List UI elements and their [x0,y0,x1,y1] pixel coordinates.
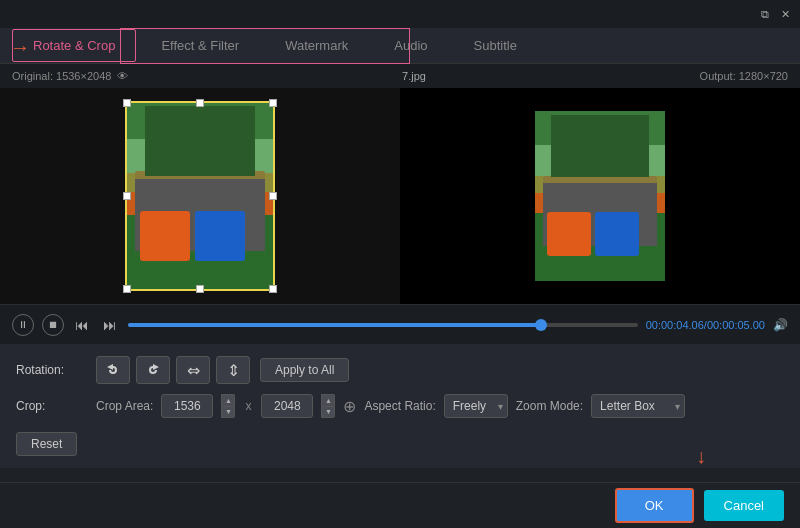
crop-label: Crop: [16,399,86,413]
height-step-up[interactable]: ▲ [321,394,335,406]
move-icon[interactable]: ⊕ [343,397,356,416]
tab-subtitle[interactable]: Subtitle [453,29,538,62]
zoom-mode-select-wrapper[interactable]: Letter Box Pan & Scan Full [591,394,685,418]
tab-audio[interactable]: Audio [373,29,448,62]
crop-area-label: Crop Area: [96,399,153,413]
tab-rotate-crop[interactable]: Rotate & Crop [12,29,136,62]
pause-button[interactable]: ⏸ [12,314,34,336]
tabs-bar: Rotate & Crop Effect & Filter Watermark … [0,28,800,64]
aspect-ratio-select-wrapper[interactable]: Freely 16:9 4:3 1:1 [444,394,508,418]
reset-button[interactable]: Reset [16,432,77,456]
apply-all-button[interactable]: Apply to All [260,358,349,382]
reset-row: Reset [16,428,784,456]
crop-fields: Crop Area: ▲ ▼ x ▲ ▼ ⊕ Aspect Ratio: Fre… [96,394,685,418]
output-info: Output: 1280×720 [700,70,788,82]
ok-arrow-indicator: ↓ [696,445,706,468]
width-step-up[interactable]: ▲ [221,394,235,406]
width-stepper[interactable]: ▲ ▼ [221,394,235,418]
preview-image-right [535,111,665,281]
tab-arrow-indicator: → [10,36,30,59]
next-frame-button[interactable]: ⏭ [100,315,120,335]
crop-height-input[interactable] [261,394,313,418]
crop-row: Crop: Crop Area: ▲ ▼ x ▲ ▼ ⊕ Aspect Rati… [16,394,784,418]
ok-button[interactable]: OK [615,488,694,523]
crop-container[interactable] [125,101,275,291]
cancel-button[interactable]: Cancel [704,490,784,521]
seek-bar[interactable] [128,323,638,327]
aspect-ratio-label: Aspect Ratio: [364,399,435,413]
restore-button[interactable]: ⧉ [758,7,772,21]
prev-frame-button[interactable]: ⏮ [72,315,92,335]
rotation-row: Rotation: ⇔ ⇕ Apply to All [16,356,784,384]
preview-area: Original: 1536×2048 👁 7.jpg Output: 1280… [0,64,800,304]
time-display: 00:00:04.06/00:00:05.00 [646,319,765,331]
stop-button[interactable]: ⏹ [42,314,64,336]
volume-icon[interactable]: 🔊 [773,318,788,332]
seek-thumb[interactable] [535,319,547,331]
close-button[interactable]: ✕ [778,7,792,21]
zoom-mode-label: Zoom Mode: [516,399,583,413]
preview-header: Original: 1536×2048 👁 7.jpg Output: 1280… [0,64,800,88]
flip-horizontal-button[interactable]: ⇔ [176,356,210,384]
controls-area: Rotation: ⇔ ⇕ Apply to All Crop: Crop Ar… [0,344,800,468]
rotation-label: Rotation: [16,363,86,377]
action-bar: OK Cancel [0,482,800,528]
original-info: Original: 1536×2048 [12,70,111,82]
preview-left[interactable] [0,88,400,304]
filename-label: 7.jpg [128,70,699,82]
aspect-ratio-select[interactable]: Freely 16:9 4:3 1:1 [444,394,508,418]
height-stepper[interactable]: ▲ ▼ [321,394,335,418]
title-bar: ⧉ ✕ [0,0,800,28]
flip-vertical-button[interactable]: ⇕ [216,356,250,384]
tab-effect-filter[interactable]: Effect & Filter [140,29,260,62]
rotate-left-button[interactable] [96,356,130,384]
seek-fill [128,323,541,327]
tab-watermark[interactable]: Watermark [264,29,369,62]
crop-width-input[interactable] [161,394,213,418]
playback-bar: ⏸ ⏹ ⏮ ⏭ 00:00:04.06/00:00:05.00 🔊 [0,304,800,344]
height-step-down[interactable]: ▼ [321,406,335,419]
preview-panels [0,88,800,304]
rotate-right-button[interactable] [136,356,170,384]
rotate-buttons-group: ⇔ ⇕ [96,356,250,384]
eye-icon[interactable]: 👁 [117,70,128,82]
width-step-down[interactable]: ▼ [221,406,235,419]
preview-image-left [125,101,275,291]
preview-right [400,88,800,304]
zoom-mode-select[interactable]: Letter Box Pan & Scan Full [591,394,685,418]
x-separator: x [245,399,251,413]
